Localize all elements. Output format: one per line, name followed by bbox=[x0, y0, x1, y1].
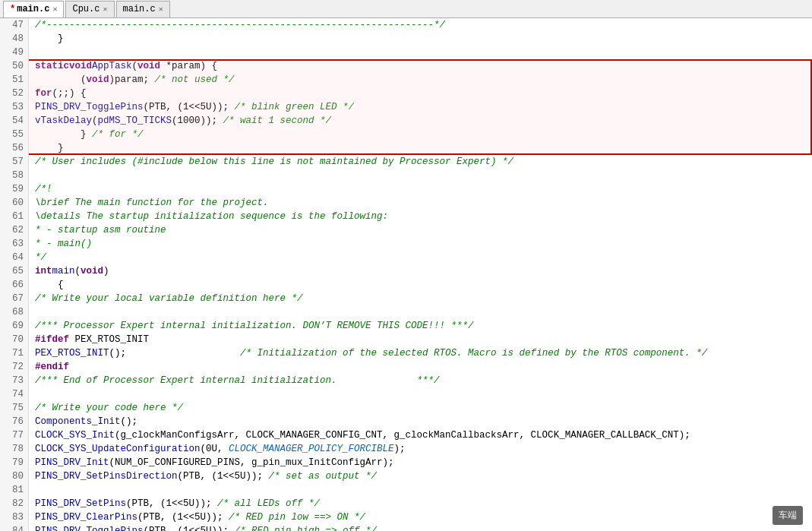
code-line: /* User includes (#include below this li… bbox=[35, 155, 806, 169]
code-line: PINS_DRV_TogglePins(PTB, (1<<5U)); /* RE… bbox=[35, 524, 806, 531]
tab-main-c[interactable]: main.c ✕ bbox=[116, 1, 170, 17]
tab-close-icon[interactable]: ✕ bbox=[159, 5, 163, 14]
code-line: for(;;) { bbox=[35, 87, 806, 100]
modified-indicator: * bbox=[10, 4, 15, 14]
line-number: 52 bbox=[5, 87, 24, 100]
code-line: CLOCK_SYS_Init(g_clockManConfigsArr, CLO… bbox=[35, 428, 806, 442]
code-line: (void)param; /* not used */ bbox=[35, 73, 806, 87]
code-content[interactable]: /*--------------------------------------… bbox=[29, 18, 812, 531]
line-number: 70 bbox=[5, 333, 24, 346]
code-line: { bbox=[35, 278, 806, 292]
line-number: 62 bbox=[5, 223, 24, 237]
line-number: 82 bbox=[5, 497, 24, 510]
code-line: CLOCK_SYS_UpdateConfiguration(0U, CLOCK_… bbox=[35, 442, 806, 456]
line-number: 56 bbox=[5, 141, 24, 155]
tab-close-icon[interactable]: ✕ bbox=[103, 5, 107, 14]
line-number: 48 bbox=[5, 32, 24, 46]
line-number: 75 bbox=[5, 401, 24, 415]
line-number: 83 bbox=[5, 510, 24, 524]
code-line: /* Write your local variable definition … bbox=[35, 292, 806, 305]
line-number: 71 bbox=[5, 346, 24, 360]
line-number: 78 bbox=[5, 442, 24, 456]
line-number: 81 bbox=[5, 483, 24, 497]
code-line: } bbox=[35, 32, 806, 46]
line-number: 58 bbox=[5, 169, 24, 182]
tab-label: main.c bbox=[123, 4, 156, 14]
line-number: 72 bbox=[5, 360, 24, 374]
editor: 4748495051525354555657585960616263646566… bbox=[0, 18, 812, 531]
line-number: 60 bbox=[5, 196, 24, 210]
code-line bbox=[35, 387, 806, 401]
code-line: PINS_DRV_SetPinsDirection(PTB, (1<<5U));… bbox=[35, 469, 806, 483]
code-line: PINS_DRV_ClearPins(PTB, (1<<5U)); /* RED… bbox=[35, 510, 806, 524]
line-number: 59 bbox=[5, 182, 24, 196]
line-number: 65 bbox=[5, 264, 24, 278]
line-numbers: 4748495051525354555657585960616263646566… bbox=[0, 18, 29, 531]
code-line: /* Write your code here */ bbox=[35, 401, 806, 415]
code-line: static void AppTask(void *param) { bbox=[35, 59, 806, 73]
code-line: PINS_DRV_Init(NUM_OF_CONFIGURED_PINS, g_… bbox=[35, 456, 806, 469]
code-line: Components_Init(); bbox=[35, 415, 806, 428]
code-line bbox=[35, 483, 806, 497]
line-number: 67 bbox=[5, 292, 24, 305]
line-number: 55 bbox=[5, 128, 24, 141]
code-line: \details The startup initialization sequ… bbox=[35, 210, 806, 223]
tab-cpu-c[interactable]: Cpu.c ✕ bbox=[65, 1, 114, 17]
line-number: 63 bbox=[5, 237, 24, 251]
code-line: \brief The main function for the project… bbox=[35, 196, 806, 210]
tab-bar: * main.c ✕ Cpu.c ✕ main.c ✕ bbox=[0, 0, 812, 18]
line-number: 47 bbox=[5, 18, 24, 32]
line-number: 64 bbox=[5, 251, 24, 264]
code-line: } bbox=[35, 141, 806, 155]
watermark: 车端 bbox=[773, 506, 803, 525]
line-number: 80 bbox=[5, 469, 24, 483]
line-number: 53 bbox=[5, 100, 24, 114]
code-line: PEX_RTOS_INIT(); /* Initialization of th… bbox=[35, 346, 806, 360]
tab-label: main.c bbox=[17, 4, 49, 14]
line-number: 73 bbox=[5, 374, 24, 387]
code-line: /*** Processor Expert internal initializ… bbox=[35, 319, 806, 333]
code-line: /*** End of Processor Expert internal in… bbox=[35, 374, 806, 387]
line-number: 54 bbox=[5, 114, 24, 128]
line-number: 57 bbox=[5, 155, 24, 169]
code-line: */ bbox=[35, 251, 806, 264]
code-line: #endif bbox=[35, 360, 806, 374]
line-number: 50 bbox=[5, 59, 24, 73]
code-line: /*--------------------------------------… bbox=[35, 18, 806, 32]
line-number: 51 bbox=[5, 73, 24, 87]
code-line: PINS_DRV_SetPins(PTB, (1<<5U)); /* all L… bbox=[35, 497, 806, 510]
code-line: } /* for */ bbox=[35, 128, 806, 141]
line-number: 79 bbox=[5, 456, 24, 469]
code-line: /*! bbox=[35, 182, 806, 196]
line-number: 49 bbox=[5, 46, 24, 59]
code-line: * - startup asm routine bbox=[35, 223, 806, 237]
code-line bbox=[35, 169, 806, 182]
line-number: 77 bbox=[5, 428, 24, 442]
line-number: 84 bbox=[5, 524, 24, 531]
line-number: 76 bbox=[5, 415, 24, 428]
line-number: 74 bbox=[5, 387, 24, 401]
tab-main-c-modified[interactable]: * main.c ✕ bbox=[3, 1, 64, 17]
code-line bbox=[35, 305, 806, 319]
tab-label: Cpu.c bbox=[72, 4, 100, 14]
line-number: 69 bbox=[5, 319, 24, 333]
code-line: * - main() bbox=[35, 237, 806, 251]
code-line bbox=[35, 46, 806, 59]
code-line: int main(void) bbox=[35, 264, 806, 278]
tab-close-icon[interactable]: ✕ bbox=[52, 5, 57, 14]
line-number: 61 bbox=[5, 210, 24, 223]
line-number: 68 bbox=[5, 305, 24, 319]
code-line: vTaskDelay(pdMS_TO_TICKS(1000)); /* wait… bbox=[35, 114, 806, 128]
code-line: #ifdef PEX_RTOS_INIT bbox=[35, 333, 806, 346]
line-number: 66 bbox=[5, 278, 24, 292]
code-line: PINS_DRV_TogglePins(PTB, (1<<5U)); /* bl… bbox=[35, 100, 806, 114]
